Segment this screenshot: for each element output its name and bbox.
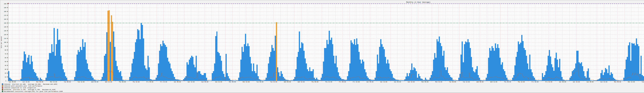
svg-text:Sat 12:00: Sat 12:00 [188, 81, 194, 83]
svg-text:190 M: 190 M [4, 7, 8, 8]
svg-text:Fri 12:00: Fri 12:00 [160, 81, 167, 83]
svg-text:Wed 12:00: Wed 12:00 [105, 81, 112, 83]
svg-text:Fri 00:00: Fri 00:00 [339, 81, 346, 83]
svg-text:60 M: 60 M [5, 57, 8, 59]
svg-text:Sat 12:00: Sat 12:00 [573, 81, 580, 83]
svg-text:Sun 12:00: Sun 12:00 [22, 81, 30, 83]
svg-text:Wed 00:00: Wed 00:00 [476, 81, 484, 83]
svg-text:40 M: 40 M [5, 65, 8, 66]
svg-text:Fri 12:00: Fri 12:00 [353, 81, 360, 83]
svg-text:110 M: 110 M [4, 38, 8, 39]
svg-text:Tue 12:00: Tue 12:00 [270, 81, 277, 83]
svg-text:Sat 00:00: Sat 00:00 [559, 81, 566, 83]
svg-text:Mon 12:00: Mon 12:00 [243, 81, 250, 83]
svg-text:Sun 12:00: Sun 12:00 [600, 81, 607, 83]
svg-text:Thu 00:00: Thu 00:00 [504, 81, 511, 83]
svg-text:140 M: 140 M [4, 26, 8, 28]
svg-text:Mon 12:00: Mon 12:00 [435, 81, 442, 83]
svg-text:Tue 12:00: Tue 12:00 [463, 81, 470, 83]
svg-text:Wed 00:00: Wed 00:00 [91, 81, 98, 83]
svg-text:20 M: 20 M [5, 73, 8, 74]
svg-text:Thu 12:00: Thu 12:00 [132, 81, 140, 83]
svg-text:Thu 12:00: Thu 12:00 [518, 81, 525, 83]
svg-text:Mon 00:00: Mon 00:00 [229, 81, 236, 83]
svg-text:50 M: 50 M [5, 61, 8, 62]
svg-text:Tue 00:00: Tue 00:00 [64, 81, 71, 83]
svg-text:Mon 00:00: Mon 00:00 [36, 81, 43, 83]
svg-text:120 M: 120 M [4, 34, 8, 35]
svg-text:Fri 12:00: Fri 12:00 [545, 81, 552, 83]
svg-text:Wed 00:00: Wed 00:00 [284, 81, 291, 83]
svg-text:Sat 00:00: Sat 00:00 [174, 81, 181, 83]
svg-text:70 M: 70 M [5, 53, 8, 55]
svg-text:Inbound [Current-16.18M, Ave: Inbound [Current-16.18M, Average-29.84M,… [4, 83, 57, 85]
svg-text:Wed 12:00: Wed 12:00 [298, 81, 304, 83]
svg-text:Fri 00:00: Fri 00:00 [146, 81, 153, 83]
svg-text:Mon 12:00: Mon 12:00 [50, 81, 57, 83]
svg-text:Mon 00:00: Mon 00:00 [422, 81, 428, 83]
svg-text:Tue 00:00: Tue 00:00 [449, 81, 456, 83]
svg-text:Mon 12:00: Mon 12:00 [628, 81, 635, 83]
svg-text:Thu 00:00: Thu 00:00 [312, 81, 318, 83]
svg-text:80 M: 80 M [5, 49, 8, 51]
svg-text:100 M: 100 M [4, 42, 8, 43]
svg-text:Sun 00:00: Sun 00:00 [394, 81, 401, 83]
svg-text:Sun 00:00: Sun 00:00 [586, 81, 594, 83]
svg-text:Thu 12:00: Thu 12:00 [325, 81, 332, 83]
svg-text:200 M: 200 M [4, 3, 8, 5]
svg-text:Sun 12:00: Sun 12:00 [215, 81, 222, 83]
svg-text:130 M: 130 M [4, 30, 8, 32]
svg-text:30 M: 30 M [5, 69, 8, 70]
svg-text:Tue 00:00: Tue 00:00 [642, 81, 644, 83]
svg-text:Inbound with possible poor lin: Inbound with possible poor link performa… [4, 85, 42, 87]
svg-text:170 M: 170 M [4, 15, 8, 16]
svg-text:Wed 12:00: Wed 12:00 [490, 81, 497, 83]
svg-text:Mon 00:00: Mon 00:00 [614, 81, 621, 83]
svg-text:Tue 00:00: Tue 00:00 [256, 81, 264, 83]
svg-text:160 M: 160 M [4, 19, 8, 20]
svg-text:Thu 00:00: Thu 00:00 [119, 81, 126, 83]
svg-text:Sun 12:00: Sun 12:00 [408, 81, 415, 83]
svg-text:10 M: 10 M [5, 77, 8, 78]
svg-text:Tue 12:00: Tue 12:00 [78, 81, 84, 83]
svg-text:Monthly (1 Hour Average): Monthly (1 Hour Average) [406, 1, 430, 3]
svg-text:Inbound subjected to link cong: Inbound subjected to link congestion [4, 87, 36, 89]
svg-text:Recommended consistent average: Recommended consistent average(75%) for … [4, 91, 63, 92]
svg-text:Fri 00:00: Fri 00:00 [532, 81, 538, 83]
svg-text:90 M: 90 M [5, 46, 8, 47]
svg-text:Outbound [Current-3.71M, Ave: Outbound [Current-3.71M, Average-3.73M, … [4, 89, 56, 91]
svg-text:180 M: 180 M [4, 11, 8, 12]
svg-text:0: 0 [6, 80, 6, 82]
svg-text:Sat 00:00: Sat 00:00 [366, 81, 374, 83]
svg-text:bits per second: bits per second [1, 36, 2, 48]
svg-text:Sun 00:00: Sun 00:00 [9, 81, 16, 83]
svg-text:Sat 12:00: Sat 12:00 [380, 81, 387, 83]
svg-text:150 M: 150 M [4, 22, 8, 24]
svg-text:Sun 00:00: Sun 00:00 [201, 81, 208, 83]
